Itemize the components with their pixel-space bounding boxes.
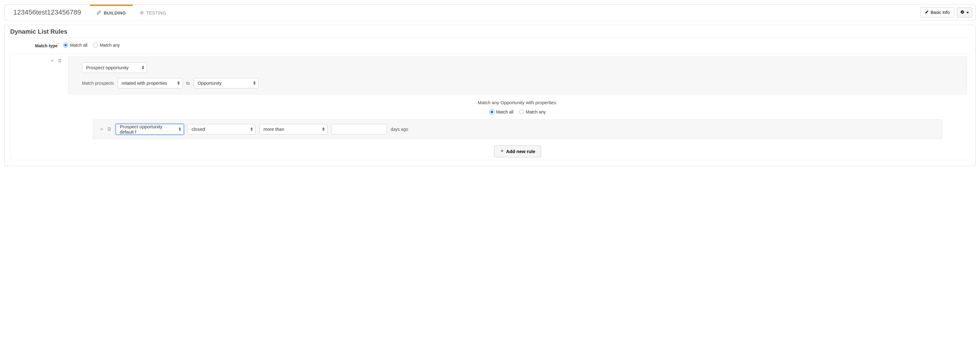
select-arrows-icon — [250, 127, 253, 131]
match-type-row: Match type* Match all Match any — [10, 42, 970, 48]
prop-match-all-radio[interactable]: Match all — [489, 109, 514, 114]
top-bar: 123456test123456789 BUILDING TESTING Bas… — [4, 4, 976, 21]
match-any-radio[interactable]: Match any — [93, 43, 120, 48]
pencil-icon — [925, 10, 929, 15]
days-input[interactable] — [331, 124, 387, 135]
match-type-radio-group: Match all Match any — [63, 43, 120, 48]
settings-menu-button[interactable] — [957, 8, 972, 17]
rule-group-actions — [13, 57, 62, 157]
trash-icon — [107, 127, 111, 132]
select-arrows-icon — [253, 81, 256, 85]
rule-definition-box: Prospect opportunity Match prospects rel… — [68, 57, 967, 94]
property-comparator-value: more than — [263, 127, 285, 132]
match-all-label: Match all — [70, 43, 87, 48]
rule-category-select[interactable]: Prospect opportunity — [82, 62, 147, 73]
prop-match-any-label: Match any — [526, 109, 546, 114]
page-title: 123456test123456789 — [5, 5, 90, 20]
delete-property-button[interactable] — [107, 126, 112, 132]
plus-icon — [500, 149, 504, 154]
required-indicator: * — [57, 42, 59, 46]
gear-icon — [960, 10, 964, 15]
radio-icon — [63, 43, 68, 48]
basic-info-label: Basic Info — [931, 10, 950, 15]
radio-icon — [93, 43, 98, 48]
panel-title: Dynamic List Rules — [10, 28, 970, 38]
property-match-type: Match all Match any — [68, 109, 967, 114]
radio-icon — [489, 109, 494, 114]
select-arrows-icon — [142, 65, 144, 70]
trash-icon — [57, 59, 62, 63]
target-select[interactable]: Opportunity — [194, 78, 258, 89]
match-type-label: Match type* — [35, 42, 59, 48]
target-icon — [140, 11, 144, 16]
property-status-value: closed — [192, 127, 205, 132]
property-field-value: Prospect opportunity default f — [120, 124, 175, 135]
relation-select[interactable]: related with properties — [118, 78, 183, 89]
select-arrows-icon — [177, 81, 180, 85]
topbar-right: Basic Info — [920, 5, 975, 20]
add-group-button[interactable] — [49, 58, 55, 157]
tabs: BUILDING TESTING — [90, 5, 173, 20]
tab-testing-label: TESTING — [146, 11, 166, 16]
to-label: to — [186, 81, 190, 86]
match-any-label: Match any — [100, 43, 120, 48]
relation-value: related with properties — [122, 80, 167, 86]
svg-point-1 — [141, 12, 142, 13]
properties-heading: Match any Opportunity with properties: — [68, 100, 967, 105]
rule-main: Prospect opportunity Match prospects rel… — [68, 57, 967, 157]
rules-panel: Dynamic List Rules Match type* Match all… — [4, 25, 976, 166]
tab-testing[interactable]: TESTING — [133, 5, 173, 20]
match-prospects-label: Match prospects — [82, 81, 114, 86]
property-field-select[interactable]: Prospect opportunity default f — [116, 124, 184, 135]
target-value: Opportunity — [197, 80, 222, 86]
rules-area: Prospect opportunity Match prospects rel… — [10, 54, 970, 160]
tab-building[interactable]: BUILDING — [90, 5, 133, 20]
property-row: Prospect opportunity default f closed — [93, 119, 942, 139]
edit-icon — [97, 10, 101, 16]
match-all-radio[interactable]: Match all — [63, 43, 87, 48]
rule-category-value: Prospect opportunity — [86, 65, 129, 70]
select-arrows-icon — [178, 127, 181, 131]
property-comparator-select[interactable]: more than — [259, 124, 328, 135]
tab-building-label: BUILDING — [104, 11, 126, 16]
radio-icon — [519, 109, 524, 114]
prop-match-all-label: Match all — [496, 109, 514, 114]
days-suffix: days ago — [391, 127, 408, 132]
property-status-select[interactable]: closed — [188, 124, 256, 135]
select-arrows-icon — [322, 127, 325, 131]
plus-icon — [50, 59, 54, 63]
add-rule-button[interactable]: Add new rule — [494, 145, 541, 157]
plus-icon — [99, 127, 104, 132]
basic-info-button[interactable]: Basic Info — [920, 8, 954, 17]
add-property-button[interactable] — [99, 126, 105, 132]
caret-down-icon — [966, 10, 969, 15]
prop-match-any-radio[interactable]: Match any — [519, 109, 546, 114]
add-rule-label: Add new rule — [506, 149, 535, 154]
delete-group-button[interactable] — [57, 58, 62, 157]
